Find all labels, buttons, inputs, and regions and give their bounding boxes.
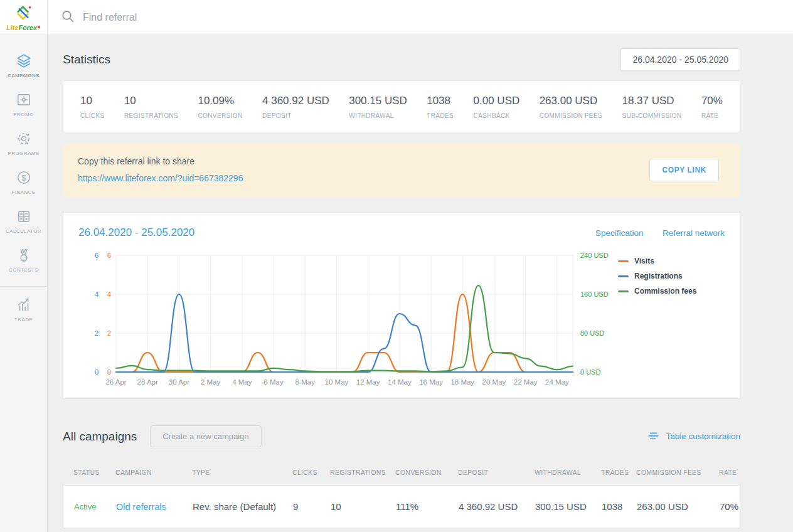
layers-icon <box>16 53 32 69</box>
column-header-conversion[interactable]: CONVERSION <box>395 463 458 482</box>
sidebar-divider <box>0 286 47 287</box>
chart-date-range-title: 26.04.2020 - 25.05.2020 <box>78 226 194 239</box>
campaign-link[interactable]: Old referrals <box>116 502 166 512</box>
column-header-deposit[interactable]: DEPOSIT <box>458 463 535 482</box>
svg-text:4: 4 <box>107 290 111 298</box>
status-badge: Active <box>74 502 116 511</box>
svg-text:12 May: 12 May <box>356 378 380 386</box>
date-range-picker[interactable]: 26.04.2020 - 25.05.2020 <box>620 48 740 71</box>
stats-summary-card: 10 CLICKS 10 REGISTRATIONS 10.09% CONVER… <box>63 80 740 132</box>
svg-text:0: 0 <box>95 368 98 376</box>
legend-label: Registrations <box>634 272 683 280</box>
svg-text:16 May: 16 May <box>419 378 443 386</box>
logo-icon <box>15 5 32 23</box>
stat-sub-commission: 18.37 USD SUB-COMMISSION <box>622 95 681 119</box>
svg-text:4: 4 <box>95 290 98 298</box>
svg-text:20 May: 20 May <box>482 378 506 386</box>
stat-registrations: 10 REGISTRATIONS <box>124 95 178 119</box>
column-header-type[interactable]: TYPE <box>192 463 292 482</box>
logo-wordmark: LiteForex● <box>6 24 41 31</box>
column-header-rate[interactable]: RATE <box>719 463 737 482</box>
svg-text:6: 6 <box>107 252 111 259</box>
svg-text:10 May: 10 May <box>325 378 349 386</box>
stat-trades: 1038 TRADES <box>427 95 454 119</box>
campaign-cell: Old referrals <box>116 501 193 512</box>
svg-text:2: 2 <box>95 329 98 337</box>
column-header-trades[interactable]: TRADES <box>601 463 636 482</box>
svg-text:$: $ <box>21 174 26 183</box>
sidebar-item-label: PROMO <box>13 112 33 117</box>
svg-text:2: 2 <box>107 329 111 337</box>
conversion-cell: 111% <box>396 501 459 512</box>
column-header-clicks[interactable]: CLICKS <box>292 463 330 482</box>
clicks-cell: 9 <box>293 501 331 512</box>
column-header-commission-fees[interactable]: COMMISSION FEES <box>636 463 719 482</box>
svg-text:160 USD: 160 USD <box>580 290 609 298</box>
statistics-chart: 00224466240 USD160 USD80 USD0 USD26 Apr2… <box>78 248 618 390</box>
commission-fees-cell: 263.00 USD <box>637 501 720 512</box>
column-header-status[interactable]: STATUS <box>73 463 115 482</box>
sidebar-item-contests[interactable]: CONTESTS <box>0 247 47 273</box>
sidebar-item-label: CONTESTS <box>9 267 38 273</box>
column-header-withdrawal[interactable]: WITHDRAWAL <box>535 463 601 482</box>
svg-text:4 May: 4 May <box>232 378 252 386</box>
logo[interactable]: LiteForex● <box>0 0 48 35</box>
sidebar-item-programs[interactable]: PROGRAMS <box>0 130 47 156</box>
svg-text:8 May: 8 May <box>295 378 316 386</box>
promo-icon <box>16 92 32 108</box>
registrations-cell: 10 <box>331 501 396 512</box>
sidebar-item-label: CALCULATOR <box>6 228 41 234</box>
svg-text:6: 6 <box>95 252 98 259</box>
search-input[interactable] <box>83 12 334 23</box>
sidebar-item-label: FINANCE <box>12 189 36 195</box>
specification-link[interactable]: Specification <box>595 228 644 238</box>
trades-cell: 1038 <box>602 501 637 512</box>
legend-item-visits: Visits <box>618 257 696 265</box>
sidebar-item-campaigns[interactable]: CAMPAIGNS <box>0 53 47 78</box>
rate-cell: 70% <box>720 501 738 512</box>
deposit-cell: 4 360.92 USD <box>459 501 535 512</box>
referral-link[interactable]: https://www.liteforex.com/?uid=667382296 <box>78 173 243 183</box>
referral-network-link[interactable]: Referral network <box>663 228 725 238</box>
svg-text:22 May: 22 May <box>514 378 538 386</box>
campaigns-title: All campaigns <box>63 430 137 444</box>
create-campaign-button[interactable]: Create a new campaign <box>150 425 261 447</box>
svg-text:28 Apr: 28 Apr <box>137 378 158 386</box>
table-customization-icon <box>648 431 659 442</box>
table-row[interactable]: Active Old referrals Rev. share (Default… <box>63 485 740 528</box>
topbar: LiteForex● <box>0 0 793 35</box>
referral-banner-text: Copy this referral link to share <box>78 156 243 166</box>
svg-text:30 Apr: 30 Apr <box>169 378 189 386</box>
main-content: Statistics 26.04.2020 - 25.05.2020 10 CL… <box>48 35 793 532</box>
stat-cashback: 0.00 USD CASHBACK <box>474 95 520 119</box>
svg-text:80 USD: 80 USD <box>580 329 605 337</box>
column-header-registrations[interactable]: REGISTRATIONS <box>330 463 395 482</box>
stat-deposit: 4 360.92 USD DEPOSIT <box>262 95 329 119</box>
chart-legend: VisitsRegistrationsCommission fees <box>618 248 696 390</box>
column-header-campaign[interactable]: CAMPAIGN <box>115 463 192 482</box>
legend-swatch <box>618 260 629 262</box>
table-customization-link[interactable]: Table customization <box>666 432 740 441</box>
copy-link-button[interactable]: COPY LINK <box>649 159 719 181</box>
legend-item-commission-fees: Commission fees <box>618 287 696 295</box>
sidebar-item-calculator[interactable]: CALCULATOR <box>0 208 47 234</box>
sidebar-item-promo[interactable]: PROMO <box>0 92 47 117</box>
chart-card: 26.04.2020 - 25.05.2020 Specification Re… <box>63 212 740 399</box>
svg-text:6 May: 6 May <box>263 378 284 386</box>
type-cell: Rev. share (Default) <box>193 501 293 512</box>
legend-label: Commission fees <box>634 287 696 295</box>
sidebar-item-trade[interactable]: TRADE <box>0 297 47 322</box>
calculator-icon <box>16 208 32 225</box>
legend-swatch <box>618 275 629 277</box>
programs-icon <box>16 130 32 147</box>
sidebar-item-label: PROGRAMS <box>8 151 40 156</box>
stat-commission-fees: 263.00 USD COMMISSION FEES <box>540 95 602 119</box>
sidebar-item-label: CAMPAIGNS <box>8 73 40 78</box>
svg-text:0: 0 <box>107 368 111 376</box>
sidebar-item-label: TRADE <box>14 317 33 322</box>
stat-withdrawal: 300.15 USD WITHDRAWAL <box>349 95 407 119</box>
legend-item-registrations: Registrations <box>618 272 696 280</box>
sidebar-item-finance[interactable]: $ FINANCE <box>0 169 47 195</box>
svg-text:14 May: 14 May <box>388 378 412 386</box>
campaigns-table-header: STATUS CAMPAIGN TYPE CLICKS REGISTRATION… <box>63 463 740 482</box>
